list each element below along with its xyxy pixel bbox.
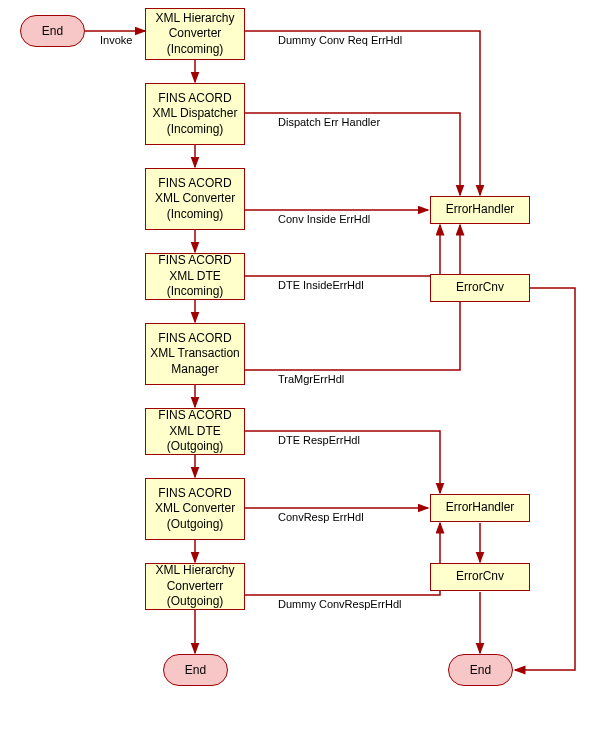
edge-label-dummy-conv-resp: Dummy ConvRespErrHdl xyxy=(278,598,401,610)
node-error-handler-bot: ErrorHandler xyxy=(430,494,530,522)
node-error-cnv-bot: ErrorCnv xyxy=(430,563,530,591)
node-label: FINS ACORD XML Converter (Incoming) xyxy=(150,176,240,223)
terminal-start-label: End xyxy=(42,24,63,38)
flowchart-edges xyxy=(0,0,602,730)
node-label: XML Hierarchy Converter (Incoming) xyxy=(150,11,240,58)
terminal-left-end: End xyxy=(163,654,228,686)
node-dte-in: FINS ACORD XML DTE (Incoming) xyxy=(145,253,245,300)
node-dispatcher-in: FINS ACORD XML Dispatcher (Incoming) xyxy=(145,83,245,145)
terminal-right-end: End xyxy=(448,654,513,686)
edge-label-invoke: Invoke xyxy=(100,34,132,46)
node-label: FINS ACORD XML Dispatcher (Incoming) xyxy=(150,91,240,138)
node-converter-in: FINS ACORD XML Converter (Incoming) xyxy=(145,168,245,230)
edge-label-conv-inside: Conv Inside ErrHdl xyxy=(278,213,370,225)
node-label: FINS ACORD XML DTE (Incoming) xyxy=(150,253,240,300)
node-label: FINS ACORD XML DTE (Outgoing) xyxy=(150,408,240,455)
node-label: ErrorHandler xyxy=(446,202,515,218)
node-label: ErrorCnv xyxy=(456,569,504,585)
node-label: XML Hierarchy Converterr (Outgoing) xyxy=(150,563,240,610)
node-xml-hierarchy-out: XML Hierarchy Converterr (Outgoing) xyxy=(145,563,245,610)
node-label: FINS ACORD XML Transaction Manager xyxy=(150,331,240,378)
node-converter-out: FINS ACORD XML Converter (Outgoing) xyxy=(145,478,245,540)
node-trans-mgr: FINS ACORD XML Transaction Manager xyxy=(145,323,245,385)
edge-label-dummy-conv-req: Dummy Conv Req ErrHdl xyxy=(278,34,402,46)
edge-label-dispatch: Dispatch Err Handler xyxy=(278,116,380,128)
edge-label-dte-inside: DTE InsideErrHdl xyxy=(278,279,364,291)
node-label: FINS ACORD XML Converter (Outgoing) xyxy=(150,486,240,533)
terminal-right-end-label: End xyxy=(470,663,491,677)
node-xml-hierarchy-in: XML Hierarchy Converter (Incoming) xyxy=(145,8,245,60)
terminal-start: End xyxy=(20,15,85,47)
edge-label-dte-resp: DTE RespErrHdl xyxy=(278,434,360,446)
terminal-left-end-label: End xyxy=(185,663,206,677)
node-error-handler-top: ErrorHandler xyxy=(430,196,530,224)
node-error-cnv-top: ErrorCnv xyxy=(430,274,530,302)
edge-label-tra-mgr: TraMgrErrHdl xyxy=(278,373,344,385)
node-label: ErrorCnv xyxy=(456,280,504,296)
node-dte-out: FINS ACORD XML DTE (Outgoing) xyxy=(145,408,245,455)
edge-label-conv-resp: ConvResp ErrHdl xyxy=(278,511,364,523)
node-label: ErrorHandler xyxy=(446,500,515,516)
